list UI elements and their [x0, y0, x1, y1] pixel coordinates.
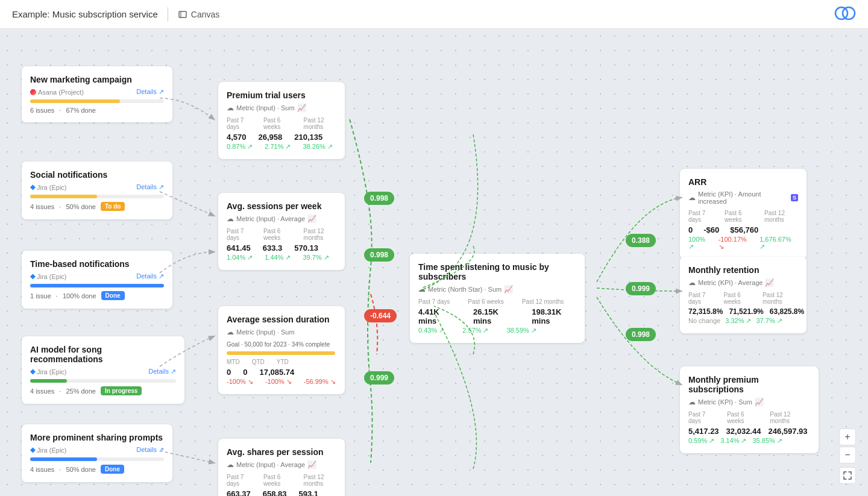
- card-time-spent: Time spent listening to music by subscri…: [410, 254, 585, 343]
- avg-session-duration-subtitle: ☁ Metric (Input) · Sum: [227, 328, 336, 336]
- time-based-details[interactable]: Details ↗: [136, 272, 164, 280]
- app-header: Example: Music subscription service Canv…: [0, 0, 868, 29]
- monthly-retention-title: Monthly retention: [688, 265, 798, 275]
- card-new-marketing: New marketing campaign Asana (Project) D…: [22, 66, 172, 122]
- new-marketing-details[interactable]: Details ↗: [136, 88, 164, 96]
- new-marketing-progress-fill: [30, 99, 120, 103]
- ai-model-meta: 4 issues · 25% done In progress: [30, 386, 176, 395]
- canvas-label: Canvas: [178, 10, 219, 19]
- avg-session-duration-goal-bar: [227, 351, 335, 355]
- fullscreen-button[interactable]: [839, 467, 856, 484]
- sharing-prompts-header: ◆ Jira (Epic) Details ↗: [30, 446, 164, 454]
- monthly-premium-changes: 0.59% ↗ 3.14% ↗ 35.85% ↗: [688, 437, 810, 445]
- time-based-progress-fill: [30, 284, 164, 287]
- time-based-meta: 1 issue · 100% done Done: [30, 291, 164, 300]
- avg-session-duration-periods: MTD QTD YTD: [227, 359, 336, 365]
- new-marketing-header: Asana (Project) Details ↗: [30, 88, 164, 96]
- time-based-progress-bar: [30, 284, 164, 287]
- social-notifications-header: ◆ Jira (Epic) Details ↗: [30, 183, 164, 191]
- app-logo: [834, 6, 856, 23]
- card-ai-model: AI model for song recommendations ◆ Jira…: [22, 336, 184, 404]
- premium-trial-periods: Past 7 days Past 6 weeks Past 12 months: [227, 117, 336, 130]
- sharing-prompts-details[interactable]: Details ↗: [136, 446, 164, 454]
- card-monthly-retention: Monthly retention ☁ Metric (KPI) · Avera…: [680, 257, 807, 333]
- avg-session-duration-goal: Goal · 50,000 for 2023 · 34% complete: [227, 341, 336, 348]
- avg-sessions-title: Avg. sessions per week: [227, 201, 336, 211]
- fullscreen-icon: [843, 471, 852, 480]
- monthly-premium-title: Monthly premium subscriptions: [688, 375, 810, 394]
- time-based-badge: Done: [101, 291, 125, 300]
- ai-model-details[interactable]: Details ↗: [148, 368, 176, 375]
- sharing-prompts-badge: Done: [101, 465, 124, 474]
- correlation-c1: 0.998: [364, 192, 394, 205]
- avg-shares-title: Avg. shares per session: [227, 447, 336, 457]
- social-notifications-progress-fill: [30, 195, 97, 198]
- avg-shares-values: 663.37 658.83 593.1: [227, 489, 336, 496]
- time-spent-subtitle: ☁ Metric (North Star) · Sum 📈: [418, 285, 576, 294]
- monthly-retention-subtitle: ☁ Metric (KPI) · Average 📈: [688, 278, 798, 287]
- premium-trial-values: 4,570 26,958 210,135: [227, 133, 336, 142]
- arr-changes: 100% ↗ -100.17% ↘ 1,676.67% ↗: [688, 236, 798, 251]
- zoom-controls: + −: [839, 429, 856, 484]
- ai-model-header: ◆ Jira (Epic) Details ↗: [30, 368, 176, 375]
- arr-title: ARR: [688, 177, 798, 187]
- correlation-c7: 0.998: [626, 328, 656, 341]
- correlation-c3: -0.644: [364, 309, 397, 322]
- social-badge: To do: [101, 202, 125, 211]
- card-avg-shares: Avg. shares per session ☁ Metric (Input)…: [218, 439, 345, 496]
- sharing-prompts-title: More prominent sharing prompts: [30, 433, 164, 442]
- svg-point-2: [835, 7, 848, 19]
- correlation-c6: 0.999: [626, 282, 656, 295]
- monthly-retention-values: 72,315.8% 71,521.9% 63,825.8%: [688, 307, 798, 316]
- time-based-title: Time-based notifications: [30, 259, 164, 269]
- card-monthly-premium: Monthly premium subscriptions ☁ Metric (…: [680, 366, 819, 453]
- monthly-retention-changes: No change 3.32% ↗ 37.7% ↗: [688, 317, 798, 325]
- page-title: Example: Music subscription service: [12, 9, 158, 19]
- monthly-premium-values: 5,417.23 32,032.44 246,597.93: [688, 427, 810, 436]
- new-marketing-meta: 6 issues · 67% done: [30, 107, 164, 114]
- card-avg-session-duration: Average session duration ☁ Metric (Input…: [218, 306, 345, 394]
- svg-rect-0: [179, 11, 186, 17]
- premium-trial-subtitle: ☁ Metric (Input) · Sum 📈: [227, 104, 336, 112]
- correlation-c4: 0.999: [364, 371, 394, 385]
- zoom-in-button[interactable]: +: [839, 429, 856, 445]
- time-spent-changes: 0.43% ↗ 2.57% ↗ 38.59% ↗: [418, 327, 576, 334]
- sharing-prompts-progress-fill: [30, 457, 97, 461]
- sharing-prompts-meta: 4 issues · 50% done Done: [30, 465, 164, 474]
- stripe-icon: S: [791, 194, 798, 201]
- card-time-based: Time-based notifications ◆ Jira (Epic) D…: [22, 251, 172, 309]
- svg-point-3: [843, 7, 855, 19]
- ai-model-badge: In progress: [101, 386, 142, 395]
- arr-subtitle: ☁ Metric (KPI) · Amount increased S: [688, 190, 798, 205]
- canvas-area: New marketing campaign Asana (Project) D…: [0, 29, 868, 496]
- logo-icon: [834, 6, 856, 20]
- time-based-header: ◆ Jira (Epic) Details ↗: [30, 272, 164, 280]
- ai-model-progress-bar: [30, 379, 176, 383]
- social-notifications-title: Social notifications: [30, 170, 164, 180]
- new-marketing-title: New marketing campaign: [30, 75, 164, 84]
- zoom-out-button[interactable]: −: [839, 447, 856, 463]
- card-avg-sessions: Avg. sessions per week ☁ Metric (Input) …: [218, 193, 345, 270]
- premium-trial-changes: 0.87% ↗ 2.71% ↗ 38.26% ↗: [227, 143, 336, 151]
- ai-model-title: AI model for song recommendations: [30, 345, 176, 364]
- monthly-premium-periods: Past 7 days Past 6 weeks Past 12 months: [688, 411, 810, 424]
- time-spent-periods: Past 7 days Past 6 weeks Past 12 months: [418, 298, 576, 305]
- premium-trial-title: Premium trial users: [227, 90, 336, 100]
- avg-session-duration-values: 0 0 17,085.74: [227, 368, 336, 377]
- canvas-icon: [178, 10, 187, 19]
- correlation-c2: 0.998: [364, 248, 394, 262]
- arr-periods: Past 7 days Past 6 weeks Past 12 months: [688, 210, 798, 223]
- card-social-notifications: Social notifications ◆ Jira (Epic) Detai…: [22, 162, 172, 219]
- ai-model-progress-fill: [30, 379, 67, 383]
- time-spent-values: 4.41K mins 26.15K mins 198.31K mins: [418, 307, 576, 325]
- avg-sessions-values: 641.45 633.3 570.13: [227, 243, 336, 253]
- social-notifications-progress-bar: [30, 195, 164, 198]
- avg-shares-subtitle: ☁ Metric (Input) · Average 📈: [227, 460, 336, 469]
- social-notifications-meta: 4 issues · 50% done To do: [30, 202, 164, 211]
- monthly-premium-subtitle: ☁ Metric (KPI) · Sum 📈: [688, 398, 810, 406]
- social-notifications-details[interactable]: Details ↗: [136, 183, 164, 191]
- avg-sessions-periods: Past 7 days Past 6 weeks Past 12 months: [227, 228, 336, 241]
- correlation-c5: 0.388: [626, 234, 656, 247]
- arr-values: 0 -$60 $56,760: [688, 225, 798, 234]
- card-premium-trial: Premium trial users ☁ Metric (Input) · S…: [218, 82, 345, 159]
